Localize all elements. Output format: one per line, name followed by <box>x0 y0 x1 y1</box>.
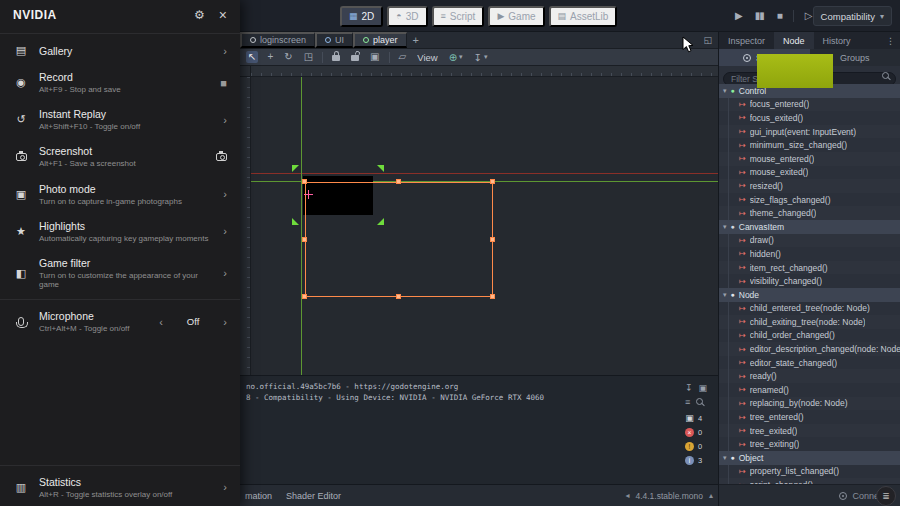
renderer-dropdown[interactable]: Compatibility ▾ <box>813 6 892 26</box>
resize-handle[interactable] <box>302 294 307 299</box>
signal-item[interactable]: ↦hidden() <box>719 247 900 261</box>
unlock-button[interactable] <box>349 50 361 64</box>
selection-rect[interactable] <box>305 182 493 297</box>
signal-item[interactable]: ↦child_entered_tree(node: Node) <box>719 302 900 316</box>
dock-menu-button[interactable]: ⋮ <box>881 32 900 49</box>
collapse-log-button[interactable]: ≡ <box>685 397 690 407</box>
nvidia-item-gallery[interactable]: ▤Gallery› <box>0 37 240 64</box>
signal-item[interactable]: ↦ready() <box>719 369 900 383</box>
group-button[interactable]: ▣ <box>368 51 381 63</box>
output-filter-warnings[interactable]: !0 <box>685 442 702 451</box>
signal-item[interactable]: ↦mouse_exited() <box>719 166 900 180</box>
signal-item[interactable]: ↦visibility_changed() <box>719 274 900 288</box>
signal-item[interactable]: ↦theme_changed() <box>719 206 900 220</box>
workspace-script[interactable]: ≡Script <box>432 6 485 27</box>
signal-item[interactable]: ↦draw() <box>719 234 900 248</box>
workspace-game[interactable]: ▶Game <box>488 6 544 27</box>
vertical-ruler[interactable] <box>240 77 251 375</box>
resize-handle[interactable] <box>396 179 401 184</box>
scene-tab-loginscreen[interactable]: loginscreen <box>240 32 315 48</box>
signal-item[interactable]: ↦replacing_by(node: Node) <box>719 397 900 411</box>
stop-button[interactable]: ■ <box>775 10 784 22</box>
signal-item[interactable]: ↦gui_input(event: InputEvent) <box>719 125 900 139</box>
signal-item[interactable]: ↦focus_exited() <box>719 111 900 125</box>
copy-log-button[interactable]: ▣ <box>699 383 708 393</box>
signal-category-object[interactable]: ▾●Object <box>719 451 900 465</box>
signal-item[interactable]: ↦mouse_entered() <box>719 152 900 166</box>
resize-handle[interactable] <box>490 294 495 299</box>
expand-viewport-button[interactable]: ◱ <box>697 32 718 48</box>
output-filter-editor[interactable]: i3 <box>685 456 702 465</box>
horizontal-ruler[interactable] <box>251 66 718 77</box>
signal-item[interactable]: ↦resized() <box>719 179 900 193</box>
play-scene-button[interactable]: ▷ <box>803 10 814 22</box>
settings-gear-button[interactable]: ⚙ <box>194 8 205 22</box>
resize-handle[interactable] <box>490 237 495 242</box>
smart-snap-dropdown[interactable]: ⊕ ▾ <box>447 52 465 63</box>
output-filter-errors[interactable]: ×0 <box>685 428 702 437</box>
signal-item[interactable]: ↦tree_entered() <box>719 410 900 424</box>
bottom-tab-mation[interactable]: mation <box>245 491 272 501</box>
select-tool-button[interactable]: ↖ <box>246 51 258 63</box>
signal-item[interactable]: ↦tree_exited() <box>719 424 900 438</box>
nvidia-item-instant-replay[interactable]: ↺Instant ReplayAlt+Shift+F10 - Toggle on… <box>0 101 240 138</box>
signal-item[interactable]: ↦size_flags_changed() <box>719 193 900 207</box>
move-tool-button[interactable]: + <box>265 51 275 63</box>
grid-snap-dropdown[interactable]: ↧ ▾ <box>472 52 490 63</box>
resize-handle[interactable] <box>396 294 401 299</box>
save-log-button[interactable]: ↧ <box>685 383 693 393</box>
signal-item[interactable]: ↦property_list_changed() <box>719 465 900 479</box>
resize-handle[interactable] <box>302 179 307 184</box>
workspace-2d[interactable]: ▦2D <box>340 6 383 27</box>
nvidia-item-microphone[interactable]: Microphone Ctrl+Alt+M - Toggle on/off ‹ … <box>0 303 240 340</box>
search-log-button[interactable] <box>696 397 703 407</box>
nvidia-corner-button[interactable]: ≣ <box>876 486 896 506</box>
play-button[interactable]: ▶ <box>733 10 744 22</box>
signal-item[interactable]: ↦focus_entered() <box>719 98 900 112</box>
signal-item[interactable]: ↦editor_description_changed(node: Node) <box>719 342 900 356</box>
canvas-area[interactable] <box>251 77 718 375</box>
dock-tab-node[interactable]: Node <box>774 32 814 49</box>
nvidia-item-statistics[interactable]: ▥ Statistics Alt+R - Toggle statistics o… <box>0 469 240 506</box>
nvidia-item-highlights[interactable]: ★HighlightsAutomatically capturing key g… <box>0 213 240 250</box>
item-sub: Ctrl+Alt+M - Toggle on/off <box>39 324 149 333</box>
signal-item[interactable]: ↦minimum_size_changed() <box>719 138 900 152</box>
close-overlay-button[interactable]: × <box>219 7 227 23</box>
signal-item[interactable]: ↦child_order_changed() <box>719 329 900 343</box>
collapse-panel-icon[interactable]: ◂ <box>625 491 629 500</box>
signal-item[interactable]: ↦editor_state_changed() <box>719 356 900 370</box>
signal-category-canvasitem[interactable]: ▾●CanvasItem <box>719 220 900 234</box>
bottom-tab-shader-editor[interactable]: Shader Editor <box>286 491 341 501</box>
game-filter-icon: ◧ <box>13 267 29 280</box>
canvas-toolbar: ↖ + ↻ ◳ ▣ ▱ View ⊕ ▾ ↧ ▾ <box>240 49 718 66</box>
signal-item[interactable]: ↦child_exiting_tree(node: Node) <box>719 315 900 329</box>
rotate-tool-button[interactable]: ↻ <box>282 51 294 63</box>
viewport-2d[interactable] <box>240 66 718 375</box>
signal-item[interactable]: ↦renamed() <box>719 383 900 397</box>
signal-item[interactable]: ↦tree_exiting() <box>719 437 900 451</box>
resize-handle[interactable] <box>490 179 495 184</box>
skew-tool-button[interactable]: ▱ <box>397 51 409 63</box>
nvidia-item-record[interactable]: ◉RecordAlt+F9 - Stop and save■ <box>0 64 240 101</box>
pause-button[interactable]: ▮▮ <box>753 10 766 22</box>
output-filter-messages[interactable]: ▣4 <box>685 414 702 423</box>
nvidia-item-game-filter[interactable]: ◧Game filterTurn on to customize the app… <box>0 250 240 296</box>
scale-tool-button[interactable]: ◳ <box>302 51 315 63</box>
nvidia-item-photo-mode[interactable]: ▣Photo modeTurn on to capture in-game ph… <box>0 176 240 213</box>
scene-tab-player[interactable]: player <box>353 32 407 48</box>
dock-tab-inspector[interactable]: Inspector <box>719 32 774 49</box>
new-scene-tab-button[interactable]: + <box>407 32 425 48</box>
signal-item[interactable]: ↦item_rect_changed() <box>719 261 900 275</box>
workspace-assetlib[interactable]: ▤AssetLib <box>549 6 618 27</box>
workspace-3d[interactable]: ◓3D <box>387 6 427 27</box>
mic-next-button[interactable]: › <box>223 316 227 328</box>
nvidia-item-screenshot[interactable]: ScreenshotAlt+F1 - Save a screenshot <box>0 138 240 175</box>
dock-tab-history[interactable]: History <box>814 32 860 49</box>
resize-handle[interactable] <box>302 237 307 242</box>
signal-category-node[interactable]: ▾●Node <box>719 288 900 302</box>
view-menu[interactable]: View <box>415 52 439 63</box>
scene-tab-ui[interactable]: UI <box>315 32 353 48</box>
mic-prev-button[interactable]: ‹ <box>159 316 163 328</box>
lock-button[interactable] <box>330 50 342 64</box>
expand-panel-icon[interactable]: ▴ <box>709 491 713 500</box>
